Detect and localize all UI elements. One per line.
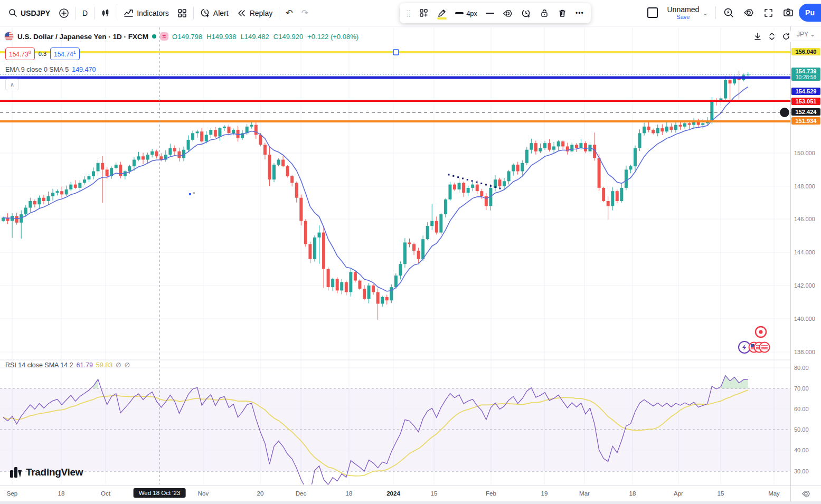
price-level-tag: 156.040 — [791, 48, 820, 55]
candle-body — [299, 198, 303, 221]
candle-body — [683, 123, 686, 127]
candle-body — [507, 172, 511, 182]
candle-body — [462, 183, 465, 193]
price-level-tag: 154.529 — [791, 88, 820, 95]
publish-button[interactable]: Pu — [799, 4, 821, 22]
add-alert-plus-button[interactable] — [780, 108, 789, 117]
toolbar-separator — [279, 7, 279, 20]
layout-name-button[interactable]: Unnamed Save ⌄ — [663, 3, 713, 23]
candle-body — [106, 169, 109, 176]
close-value: C149.920 — [273, 33, 303, 41]
candle-body — [629, 166, 632, 169]
toolbar-separator — [117, 7, 117, 20]
line-weight-button[interactable]: 4px — [451, 7, 481, 20]
collapse-legend-button[interactable]: ∧ — [5, 79, 19, 90]
trendline-dot[interactable] — [457, 176, 459, 178]
time-tick-label: 19 — [541, 490, 548, 497]
ema-indicator-legend[interactable]: EMA 9 close 0 SMA 5 149.470 — [5, 66, 96, 73]
symbol-search-button[interactable]: USDJPY — [4, 5, 54, 21]
chart-canvas[interactable] — [0, 0, 821, 504]
reset-chart-button[interactable] — [780, 31, 792, 42]
redo-button[interactable]: ↷ — [297, 6, 313, 21]
trendline-dot[interactable] — [485, 184, 487, 185]
trendline-dot[interactable] — [495, 186, 496, 188]
trendline-dot[interactable] — [467, 179, 468, 180]
candle-body — [439, 214, 442, 233]
lock-drawing-button[interactable] — [536, 6, 553, 21]
line-color-button[interactable] — [433, 6, 450, 21]
candle-body — [259, 135, 262, 145]
price-tick-label: 146.000 — [794, 216, 815, 222]
candle-body — [448, 185, 451, 199]
add-to-favorites-button[interactable] — [416, 6, 432, 21]
candle-body — [579, 143, 582, 148]
candle-body — [250, 125, 253, 127]
time-axis[interactable]: Sep18OctNov20Dec18202415Feb19Mar18Apr15M… — [0, 486, 790, 501]
go-to-realtime-button[interactable] — [752, 31, 763, 42]
rsi-hide-icon[interactable]: ∅ — [116, 362, 121, 369]
line-weight-label: 4px — [466, 9, 477, 17]
line-style-button[interactable] — [482, 10, 498, 16]
more-options-button[interactable]: ••• — [572, 7, 588, 20]
fullscreen-button[interactable] — [759, 5, 778, 21]
rsi-indicator-legend[interactable]: RSI 14 close SMA 14 2 61.79 59.83 ∅ ∅ — [5, 362, 130, 369]
screenshot-button[interactable] — [779, 4, 798, 21]
toolbar-drag-handle[interactable]: :::: — [403, 7, 414, 19]
drawing-anchor-handle[interactable] — [393, 50, 399, 55]
chart-style-button[interactable] — [97, 5, 115, 21]
price-axis[interactable]: JPY ⌄ 150.000148.000146.000144.000142.00… — [790, 26, 821, 486]
compare-add-symbol-button[interactable] — [54, 5, 73, 22]
currency-selector[interactable]: JPY ⌄ — [791, 27, 821, 41]
chevron-up-icon: ∧ — [10, 81, 14, 88]
tradingview-logo[interactable]: TradingView — [10, 466, 83, 479]
indicators-button[interactable]: Indicators — [119, 5, 173, 21]
price-tick-label: 140.000 — [794, 316, 815, 322]
indicator-templates-button[interactable] — [173, 5, 191, 21]
trendline-dot[interactable] — [476, 182, 477, 183]
economic-event-icon[interactable] — [756, 327, 766, 337]
delete-drawing-button[interactable] — [554, 6, 571, 21]
candle-body — [530, 143, 533, 150]
candle-body — [191, 133, 194, 140]
price-tick-label: 150.000 — [794, 150, 815, 156]
trendline-dot[interactable] — [462, 178, 464, 179]
trendline-dot[interactable] — [490, 185, 492, 187]
mini-drawing-mark[interactable] — [189, 193, 191, 195]
toolbar-separator — [715, 6, 716, 19]
trendline-dot[interactable] — [452, 175, 454, 177]
candle-body — [128, 166, 131, 171]
replay-button[interactable]: Replay — [233, 5, 277, 21]
undo-button[interactable]: ↶ — [281, 6, 297, 21]
ohlc-values: O149.798 H149.938 L149.482 C149.920 +0.1… — [172, 33, 358, 41]
ask-price[interactable]: 154.741 — [50, 47, 80, 60]
alert-button[interactable]: Alert — [196, 5, 233, 21]
trendline-dot[interactable] — [448, 174, 450, 176]
collapse-pane-button[interactable] — [766, 31, 778, 42]
interval-button[interactable]: D — [78, 6, 92, 21]
candle-body — [272, 165, 276, 179]
candle-body — [417, 251, 420, 259]
rsi-more-icon[interactable]: ∅ — [125, 362, 130, 369]
drawing-settings-button[interactable] — [499, 6, 516, 21]
bid-price[interactable]: 154.738 — [5, 47, 35, 60]
axis-settings-button[interactable] — [790, 486, 821, 501]
candle-body — [607, 201, 610, 206]
price-tick-label: 138.000 — [794, 349, 815, 355]
settings-button[interactable] — [739, 4, 758, 21]
symbol-legend[interactable]: U.S. Dollar / Japanese Yen · 1D · FXCM ≈… — [4, 32, 358, 41]
rsi-sma-value: 59.83 — [96, 362, 112, 369]
candle-body — [376, 292, 380, 304]
save-label[interactable]: Save — [676, 14, 690, 20]
crosshair-date-label: Wed 18 Oct '23 — [134, 488, 186, 498]
trendline-dot[interactable] — [499, 188, 501, 189]
trendline-dot[interactable] — [471, 180, 473, 182]
candle-body — [214, 130, 217, 137]
chevron-down-icon: ⌄ — [702, 9, 708, 16]
price-tick-label: 60.00 — [794, 406, 809, 412]
add-alert-on-drawing-button[interactable] — [517, 6, 535, 21]
flag-event-icon[interactable] — [760, 343, 770, 353]
mini-drawing-mark[interactable] — [193, 192, 195, 194]
layout-select-button[interactable] — [643, 4, 662, 21]
quick-search-button[interactable] — [719, 4, 738, 21]
trendline-dot[interactable] — [480, 183, 482, 184]
